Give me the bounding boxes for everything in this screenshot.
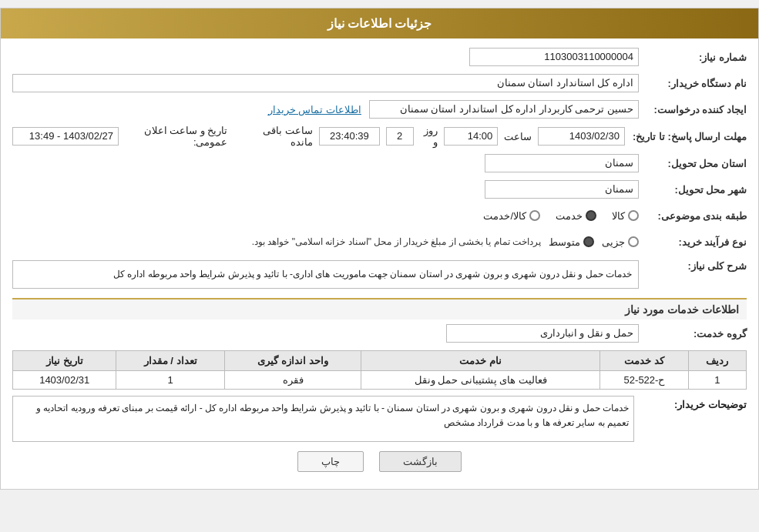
- mohlat-label: مهلت ارسال پاسخ: تا تاریخ:: [625, 131, 747, 142]
- cell-nam: فعالیت های پشتیبانی حمل ونقل: [361, 371, 600, 390]
- tarikh-saet-value: 1403/02/27 - 13:49: [12, 127, 119, 146]
- ostan-value: سمنان: [485, 154, 639, 172]
- mohlat-row: مهلت ارسال پاسخ: تا تاریخ: 1403/02/30 سا…: [12, 125, 747, 148]
- col-nam: نام خدمت: [361, 351, 600, 371]
- cell-radif: 1: [688, 371, 746, 390]
- tabaqe-label: طبقه بندی موضوعی:: [639, 210, 747, 222]
- radio-kala-label: کالا: [612, 210, 625, 222]
- date-field: 1403/02/30: [538, 127, 625, 146]
- sharh-value: خدمات حمل و نقل درون شهری و برون شهری در…: [12, 260, 639, 289]
- sharh-label: شرح کلی نیاز:: [639, 257, 747, 272]
- cell-tedad: 1: [116, 371, 225, 390]
- saat-value: 14:00: [444, 127, 498, 146]
- shomara-value: 1103003110000004: [469, 48, 639, 66]
- radio-kala-circle: [628, 210, 639, 221]
- radio-kala-khedmat[interactable]: کالا/خدمت: [483, 210, 540, 222]
- farayand-row: نوع فرآیند خرید: جزیی متوسط پرداخت تمام …: [12, 231, 747, 253]
- cell-tarikh: 1403/02/31: [13, 371, 116, 390]
- radio-jozi-label: جزیی: [602, 236, 625, 248]
- ijad-konande-value: حسین ترحمی کاربردار اداره کل استاندارد ا…: [369, 100, 639, 119]
- radio-khedmat-label: خدمت: [556, 210, 583, 222]
- shahr-row: شهر محل تحویل: سمنان: [12, 179, 747, 200]
- radio-motavasset[interactable]: متوسط: [549, 236, 594, 248]
- radio-kala-khedmat-circle: [529, 210, 540, 221]
- saat-label: ساعت: [504, 131, 532, 142]
- nam-dastgah-value: اداره کل استاندارد استان سمنان: [12, 74, 639, 92]
- sharh-section: شرح کلی نیاز: خدمات حمل و نقل درون شهری …: [12, 257, 747, 292]
- roz-label: روز و: [420, 125, 438, 148]
- page-header: جزئیات اطلاعات نیاز: [1, 8, 758, 38]
- shahr-value: سمنان: [485, 180, 639, 199]
- col-vahed: واحد اندازه گیری: [224, 351, 361, 371]
- col-radif: ردیف: [688, 351, 746, 371]
- col-tedad: تعداد / مقدار: [116, 351, 225, 371]
- toshihat-section: توضیحات خریدار: خدمات حمل و نقل درون شهر…: [12, 396, 747, 442]
- radio-jozi-circle: [628, 236, 639, 247]
- cell-kod: ح-522-52: [600, 371, 688, 390]
- etelaaat-tamas-link[interactable]: اطلاعات تماس خریدار: [268, 104, 361, 115]
- toshihat-value: خدمات حمل و نقل درون شهری و برون شهری در…: [12, 396, 634, 442]
- radio-motavasset-circle: [583, 236, 594, 247]
- table-header-row: ردیف کد خدمت نام خدمت واحد اندازه گیری ت…: [13, 351, 747, 371]
- radio-jozi[interactable]: جزیی: [602, 236, 639, 248]
- nam-dastgah-label: نام دستگاه خریدار:: [639, 78, 747, 89]
- ijad-konande-row: ایجاد کننده درخواست: حسین ترحمی کاربردار…: [12, 99, 747, 120]
- tabaqe-row: طبقه بندی موضوعی: کالا خدمت کالا/خدمت: [12, 205, 747, 226]
- radio-khedmat-circle: [586, 210, 596, 221]
- tabaqe-radio-group: کالا خدمت کالا/خدمت: [483, 210, 639, 222]
- farayand-label: نوع فرآیند خرید:: [639, 236, 747, 248]
- radio-khedmat[interactable]: خدمت: [556, 210, 596, 222]
- ostan-row: استان محل تحویل: سمنان: [12, 152, 747, 174]
- table-body: 1 ح-522-52 فعالیت های پشتیبانی حمل ونقل …: [13, 371, 747, 390]
- page-title: جزئیات اطلاعات نیاز: [327, 17, 432, 30]
- grohe-khedmat-label: گروه خدمت:: [639, 328, 747, 340]
- grohe-khedmat-row: گروه خدمت: حمل و نقل و انبارداری: [12, 323, 747, 344]
- khadamat-section-header: اطلاعات خدمات مورد نیاز: [12, 298, 747, 320]
- table-row: 1 ح-522-52 فعالیت های پشتیبانی حمل ونقل …: [13, 371, 747, 390]
- tarikh-saet-label: تاریخ و ساعت اعلان عمومی:: [125, 125, 227, 148]
- radio-motavasset-label: متوسط: [549, 236, 580, 248]
- print-button[interactable]: چاپ: [297, 451, 364, 472]
- col-tarikh: تاریخ نیاز: [13, 351, 116, 371]
- radio-kala[interactable]: کالا: [612, 210, 639, 222]
- farayand-note: پرداخت تمام یا بخشی از مبلغ خریدار از مح…: [252, 236, 541, 247]
- ostan-label: استان محل تحویل:: [639, 158, 747, 169]
- ijad-konande-label: ایجاد کننده درخواست:: [639, 104, 747, 115]
- back-button[interactable]: بازگشت: [379, 451, 462, 472]
- table-header: ردیف کد خدمت نام خدمت واحد اندازه گیری ت…: [13, 351, 747, 371]
- roz-value: 2: [386, 127, 414, 146]
- cell-vahed: فقره: [224, 371, 361, 390]
- shahr-label: شهر محل تحویل:: [639, 184, 747, 196]
- remaining-value: 23:40:39: [319, 127, 380, 146]
- shomara-row: شماره نیاز: 1103003110000004: [12, 46, 747, 68]
- content-area: شماره نیاز: 1103003110000004 نام دستگاه …: [1, 38, 758, 489]
- page-wrapper: جزئیات اطلاعات نیاز شماره نیاز: 11030031…: [0, 8, 759, 490]
- date-row: 1403/02/30 ساعت 14:00 روز و 2 23:40:39 س…: [12, 125, 625, 148]
- radio-kala-khedmat-label: کالا/خدمت: [483, 210, 526, 222]
- col-kod: کد خدمت: [600, 351, 688, 371]
- grohe-khedmat-value: حمل و نقل و انبارداری: [446, 324, 639, 343]
- toshihat-label: توضیحات خریدار:: [639, 396, 747, 410]
- shomara-label: شماره نیاز:: [639, 52, 747, 63]
- buttons-row: بازگشت چاپ: [12, 451, 747, 472]
- remaining-label: ساعت باقی مانده: [250, 125, 314, 148]
- services-table: ردیف کد خدمت نام خدمت واحد اندازه گیری ت…: [12, 350, 747, 390]
- nam-dastgah-row: نام دستگاه خریدار: اداره کل استاندارد اس…: [12, 72, 747, 94]
- process-row: جزیی متوسط پرداخت تمام یا بخشی از مبلغ خ…: [12, 236, 639, 248]
